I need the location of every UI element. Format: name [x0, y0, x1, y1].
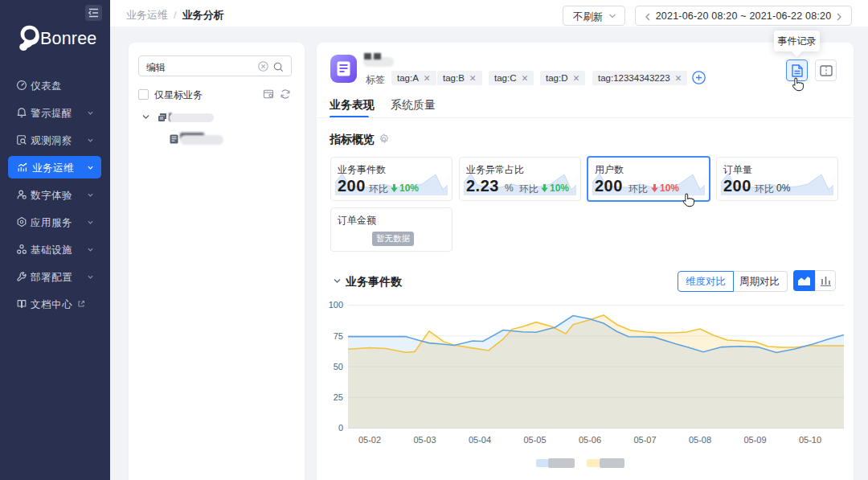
svg-text:05-10: 05-10 [799, 435, 821, 445]
svg-text:50: 50 [334, 362, 343, 371]
svg-text:05-04: 05-04 [469, 435, 491, 445]
svg-text:05-02: 05-02 [358, 435, 381, 445]
svg-text:Bonree: Bonree [40, 29, 97, 48]
svg-text:05-07: 05-07 [633, 435, 656, 445]
svg-text:05-08: 05-08 [689, 435, 711, 445]
svg-text:100: 100 [329, 300, 343, 310]
svg-text:05-09: 05-09 [743, 435, 766, 445]
svg-text:05-06: 05-06 [579, 435, 601, 445]
svg-text:75: 75 [334, 331, 343, 341]
svg-text:05-03: 05-03 [413, 435, 436, 445]
svg-text:0: 0 [338, 423, 343, 433]
svg-text:25: 25 [334, 392, 343, 402]
svg-text:05-05: 05-05 [523, 435, 546, 445]
